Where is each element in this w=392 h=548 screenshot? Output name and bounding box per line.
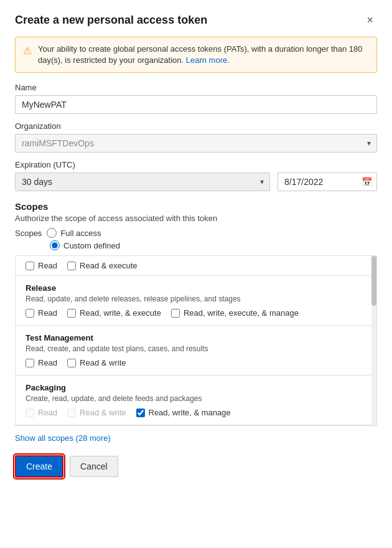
release-scope-name: Release [26,283,366,293]
partial-scope-section: Read Read & execute [16,256,376,276]
name-label: Name [15,83,377,92]
test-scope-name: Test Management [26,333,366,342]
packaging-read-checkbox [26,409,34,417]
full-access-radio[interactable] [47,228,57,238]
custom-defined-radio-label[interactable]: Custom defined [50,240,120,250]
warning-icon: ⚠ [23,44,32,58]
scopes-radio-label: Scopes [15,229,42,238]
release-scope-section: Release Read, update, and delete release… [16,276,376,326]
show-all-scopes-link[interactable]: Show all scopes (28 more) [15,433,111,443]
scrollbar-thumb[interactable] [371,256,376,306]
date-input-wrapper: 📅 [278,172,377,191]
partial-checkbox-row: Read Read & execute [26,261,366,270]
release-read-label[interactable]: Read [26,308,57,318]
release-read-write-execute-label[interactable]: Read, write, & execute [67,308,161,318]
create-pat-dialog: Create a new personal access token × ⚠ Y… [0,0,392,548]
dialog-title: Create a new personal access token [15,14,207,27]
org-field-group: Organization ramiMSFTDevOps ▾ [15,121,377,153]
partial-read-execute-checkbox-label[interactable]: Read & execute [67,261,138,270]
custom-radio-row: Custom defined [15,240,377,250]
test-read-write-label[interactable]: Read & write [67,358,126,367]
release-scope-desc: Read, update, and delete releases, relea… [26,295,366,303]
packaging-read-label: Read [26,408,57,417]
learn-more-link[interactable]: Learn more. [186,55,230,65]
packaging-checkbox-row: Read Read & write Read, write, & manage [26,408,366,417]
packaging-scope-name: Packaging [26,383,366,392]
partial-read-checkbox[interactable] [26,262,34,270]
custom-defined-radio[interactable] [50,240,60,250]
scopes-container: Read Read & execute Release Read, update… [15,255,377,426]
org-select-wrapper: ramiMSFTDevOps ▾ [15,134,377,153]
name-field-group: Name [15,83,377,114]
test-read-write-text: Read & write [80,358,126,367]
release-checkbox-row: Read Read, write, & execute Read, write,… [26,308,366,318]
close-button[interactable]: × [363,12,377,28]
packaging-read-text: Read [38,408,57,417]
packaging-manage-checkbox[interactable] [136,409,145,417]
scopes-title: Scopes [15,201,377,212]
expiration-label: Expiration (UTC) [15,160,377,169]
expiration-field-group: Expiration (UTC) 30 days 60 days 90 days… [15,160,377,191]
org-select[interactable]: ramiMSFTDevOps [15,134,377,153]
packaging-scope-desc: Create, read, update, and delete feeds a… [26,394,366,403]
full-access-radio-label[interactable]: Full access [47,228,101,238]
expiration-dropdown-col: 30 days 60 days 90 days 180 days Custom … [15,172,270,191]
release-full-label[interactable]: Read, write, execute, & manage [171,308,299,318]
test-read-label[interactable]: Read [26,358,57,367]
scrollbar-track[interactable] [371,256,376,425]
org-label: Organization [15,121,377,131]
expiration-select-wrapper: 30 days 60 days 90 days 180 days Custom … [15,172,270,191]
packaging-read-write-checkbox [67,409,76,417]
test-read-checkbox[interactable] [26,359,34,367]
name-input[interactable] [15,95,377,114]
warning-banner: ⚠ Your ability to create global personal… [15,37,377,73]
partial-read-execute-label: Read & execute [80,261,138,270]
calendar-icon: 📅 [362,177,372,187]
packaging-manage-label[interactable]: Read, write, & manage [136,408,231,417]
custom-defined-label: Custom defined [63,241,120,250]
packaging-manage-text: Read, write, & manage [149,408,231,417]
packaging-read-write-text: Read & write [80,408,126,417]
test-management-scope-section: Test Management Read, create, and update… [16,326,376,376]
expiration-row: 30 days 60 days 90 days 180 days Custom … [15,172,377,191]
release-full-checkbox[interactable] [171,309,180,318]
test-scope-desc: Read, create, and update test plans, cas… [26,344,366,353]
release-read-write-execute-checkbox[interactable] [67,309,76,318]
scopes-description: Authorize the scope of access associated… [15,214,377,223]
create-button[interactable]: Create [15,455,63,478]
test-read-write-checkbox[interactable] [67,359,76,367]
packaging-read-write-label: Read & write [67,408,126,417]
cancel-button[interactable]: Cancel [70,456,118,477]
show-scopes-row: Show all scopes (28 more) [15,433,377,443]
full-access-label: Full access [60,229,101,238]
scopes-radio-row: Scopes Full access [15,228,377,238]
partial-read-label: Read [38,261,57,270]
scopes-section: Scopes Authorize the scope of access ass… [15,201,377,426]
release-read-checkbox[interactable] [26,309,34,318]
expiration-select[interactable]: 30 days 60 days 90 days 180 days Custom … [15,172,270,191]
warning-text: Your ability to create global personal a… [38,44,369,66]
packaging-scope-section: Packaging Create, read, update, and dele… [16,376,376,425]
release-read-write-execute-text: Read, write, & execute [80,308,161,318]
dialog-header: Create a new personal access token × [15,12,377,28]
partial-read-execute-checkbox[interactable] [67,262,76,270]
release-full-text: Read, write, execute, & manage [184,308,299,318]
test-checkbox-row: Read Read & write [26,358,366,367]
release-read-text: Read [38,308,57,318]
test-read-text: Read [38,358,57,367]
partial-read-checkbox-label[interactable]: Read [26,261,57,270]
dialog-footer: Create Cancel [15,455,377,478]
